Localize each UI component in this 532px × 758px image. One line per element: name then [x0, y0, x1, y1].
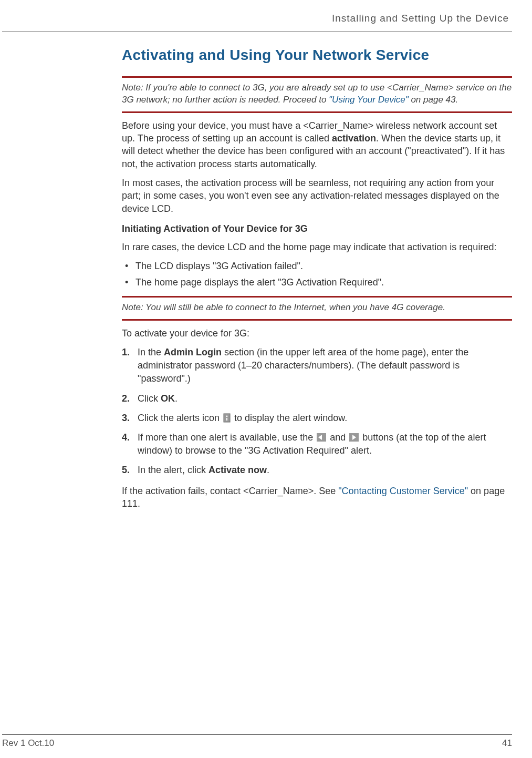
page-title: Activating and Using Your Network Servic… [122, 47, 512, 64]
note-text: You will still be able to connect to the… [145, 302, 445, 312]
paragraph-5: If the activation fails, contact <Carrie… [122, 485, 512, 510]
footer-revision: Rev 1 Oct.10 [2, 738, 54, 749]
paragraph-3: In rare cases, the device LCD and the ho… [122, 241, 512, 253]
step-text: In the [138, 347, 164, 357]
note2-bottom-rule [122, 319, 512, 321]
step-text: . [175, 393, 178, 404]
step-1: In the Admin Login section (in the upper… [138, 346, 512, 386]
paragraph-4: To activate your device for 3G: [122, 327, 512, 340]
bullet-item: The LCD displays "3G Activation failed". [135, 260, 512, 272]
page-footer: Rev 1 Oct.10 41 [2, 734, 512, 749]
step-text: Click the alerts icon [138, 413, 222, 423]
note-1: Note: If you're able to connect to 3G, y… [122, 78, 512, 111]
term-activation: activation [332, 133, 376, 144]
note-2: Note: You will still be able to connect … [122, 298, 512, 319]
step-text: . [267, 465, 269, 475]
step-3: Click the alerts icon to display the ale… [138, 412, 512, 425]
ui-activate-now: Activate now [208, 465, 267, 475]
next-icon [349, 433, 359, 442]
step-text: to display the alert window. [232, 413, 347, 423]
note-label: Note: [122, 83, 145, 93]
paragraph-2: In most cases, the activation process wi… [122, 177, 512, 215]
page-number: 41 [502, 738, 512, 749]
running-header: Installing and Setting Up the Device [0, 11, 512, 24]
note-bottom-rule [122, 111, 512, 113]
svg-point-1 [226, 415, 228, 417]
step-text: If more than one alert is available, use… [138, 432, 316, 443]
paragraph-1: Before using your device, you must have … [122, 119, 512, 170]
main-content: Activating and Using Your Network Servic… [122, 32, 512, 510]
footer-rule [2, 734, 512, 735]
link-contacting-customer-service[interactable]: "Contacting Customer Service" [338, 486, 468, 496]
step-text: In the alert, click [138, 465, 208, 475]
ui-ok: OK [161, 393, 175, 404]
link-using-your-device[interactable]: "Using Your Device" [329, 95, 409, 105]
ui-admin-login: Admin Login [164, 347, 222, 357]
step-text: Click [138, 393, 161, 404]
step-5: In the alert, click Activate now. [138, 464, 512, 477]
bullet-item: The home page displays the alert "3G Act… [135, 276, 512, 289]
note-text-end: on page 43. [409, 95, 458, 105]
steps-list: In the Admin Login section (in the upper… [122, 346, 512, 477]
step-4: If more than one alert is available, use… [138, 431, 512, 457]
para-text: If the activation fails, contact <Carrie… [122, 486, 338, 496]
prev-icon [317, 433, 326, 442]
step-2: Click OK. [138, 392, 512, 405]
subheading-initiating: Initiating Activation of Your Device for… [122, 223, 512, 234]
step-text: and [327, 432, 348, 443]
alerts-icon [223, 413, 231, 423]
note-label: Note: [122, 302, 145, 312]
svg-rect-2 [226, 418, 227, 421]
bullet-list: The LCD displays "3G Activation failed".… [122, 260, 512, 289]
